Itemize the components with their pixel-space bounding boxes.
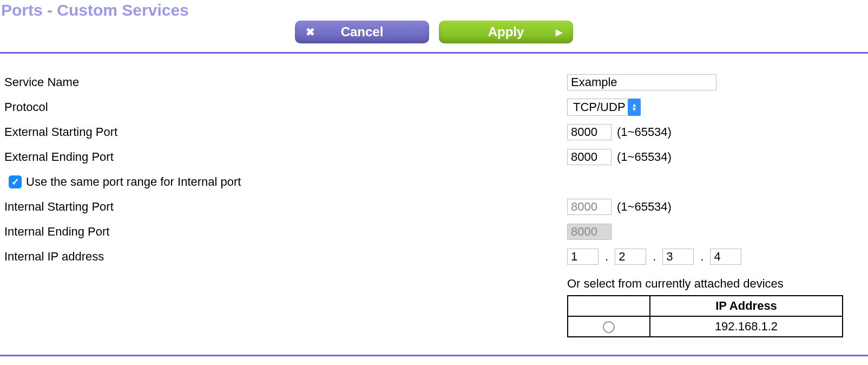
apply-button-label: Apply: [488, 24, 524, 40]
row-ext-start: External Starting Port (1~65534): [4, 120, 864, 145]
row-service-name: Service Name: [4, 70, 864, 95]
row-or-select: Or select from currently attached device…: [4, 269, 864, 337]
row-int-end: Internal Ending Port: [4, 219, 864, 244]
label-int-ip: Internal IP address: [4, 250, 567, 264]
close-icon: ✖: [306, 25, 315, 38]
ip-sep-1: .: [602, 250, 611, 264]
ext-end-port-input[interactable]: [567, 149, 611, 165]
label-or-select: Or select from currently attached device…: [567, 277, 843, 291]
label-ext-end: External Ending Port: [4, 150, 567, 164]
label-same-range: Use the same port range for Internal por…: [26, 175, 241, 189]
label-ext-start: External Starting Port: [4, 125, 567, 139]
hint-ext-end: (1~65534): [617, 150, 672, 164]
form-area: Service Name Protocol TCP/UDP ▲▼ Externa…: [0, 54, 868, 346]
action-bar: ✖ Cancel Apply ▶: [0, 17, 868, 49]
page-title: Ports - Custom Services: [0, 1, 868, 19]
row-ext-end: External Ending Port (1~65534): [4, 145, 864, 170]
devices-header-blank: [568, 296, 650, 316]
row-protocol: Protocol TCP/UDP ▲▼: [4, 95, 864, 120]
ip-octet-4-input[interactable]: [710, 249, 741, 265]
row-same-range: ✓ Use the same port range for Internal p…: [4, 170, 864, 194]
apply-button[interactable]: Apply ▶: [439, 21, 573, 43]
row-int-start: Internal Starting Port (1~65534): [4, 194, 864, 219]
table-row: 192.168.1.2: [568, 316, 843, 337]
int-start-port-input[interactable]: [567, 199, 611, 215]
play-icon: ▶: [556, 27, 562, 37]
chevron-updown-icon: ▲▼: [628, 99, 641, 116]
label-int-end: Internal Ending Port: [4, 225, 567, 239]
ip-sep-3: .: [697, 250, 707, 264]
divider-bottom: [0, 355, 868, 356]
cancel-button-label: Cancel: [341, 24, 384, 40]
device-ip-cell: 192.168.1.2: [650, 316, 843, 337]
devices-header-ip: IP Address: [650, 296, 843, 316]
ip-octet-3-input[interactable]: [662, 249, 694, 265]
label-int-start: Internal Starting Port: [4, 200, 567, 214]
row-int-ip: Internal IP address . . .: [4, 244, 864, 269]
int-end-port-input: [567, 224, 611, 240]
cancel-button[interactable]: ✖ Cancel: [295, 21, 429, 43]
ext-start-port-input[interactable]: [567, 124, 611, 140]
label-protocol: Protocol: [4, 100, 567, 114]
label-service-name: Service Name: [4, 75, 567, 89]
service-name-input[interactable]: [567, 74, 716, 90]
same-range-checkbox[interactable]: ✓: [9, 175, 22, 188]
device-select-radio[interactable]: [603, 321, 615, 333]
ip-octet-1-input[interactable]: [567, 249, 599, 265]
protocol-select[interactable]: TCP/UDP ▲▼: [567, 99, 641, 116]
ip-octet-2-input[interactable]: [615, 249, 646, 265]
devices-table: IP Address 192.168.1.2: [567, 295, 843, 337]
hint-ext-start: (1~65534): [617, 125, 672, 139]
hint-int-start: (1~65534): [617, 200, 672, 214]
ip-sep-2: .: [649, 250, 659, 264]
